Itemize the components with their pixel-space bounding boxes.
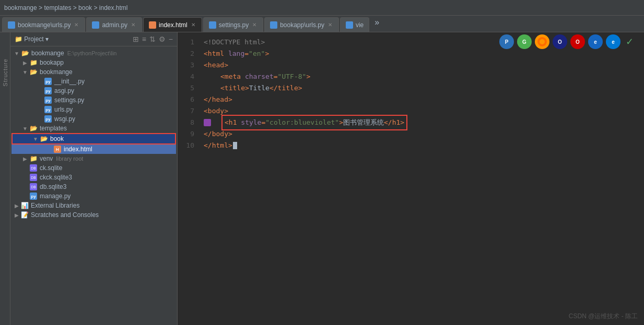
tree-scratches[interactable]: 📝 Scratches and Consoles: [10, 210, 177, 220]
panel-icon-folder[interactable]: ⊞: [133, 35, 139, 43]
browser-toolbar: P G O O e e ✓: [499, 34, 634, 49]
tree-bookapp[interactable]: bookapp: [10, 58, 177, 67]
tree-external-libs[interactable]: 📊 External Libraries: [10, 201, 177, 210]
code-line-2: <html lang="en">: [204, 48, 639, 59]
py-icon: [209, 21, 216, 29]
edge-browser-btn[interactable]: e: [606, 34, 620, 49]
item-label: urls.py: [54, 106, 73, 113]
tree-ckck-sqlite3[interactable]: DB ckck.sqlite3: [10, 173, 177, 182]
code-content[interactable]: <!DOCTYPE html> <html lang="en"> <head> …: [198, 37, 644, 325]
py-file-icon: py: [44, 115, 52, 123]
tree-settings-py[interactable]: py settings.py: [10, 95, 177, 105]
tree-asgi-py[interactable]: py asgi.py: [10, 86, 177, 95]
tab-label: index.html: [159, 21, 188, 29]
tab-close[interactable]: ✕: [327, 22, 333, 28]
py-icon: [8, 21, 15, 29]
item-label: db.sqlite3: [40, 183, 66, 190]
project-tree: bookmange E:\pythonProject\lin bookapp b…: [10, 46, 177, 325]
tab-bookapp-urls[interactable]: bookapp\urls.py ✕: [264, 17, 339, 32]
code-line-10: </html>: [204, 140, 639, 151]
item-label: ckck.sqlite3: [40, 174, 72, 181]
tree-manage-py[interactable]: py manage.py: [10, 191, 177, 201]
tab-label: settings.py: [219, 21, 249, 29]
tab-vie[interactable]: vie: [340, 17, 369, 32]
panel-icon-align[interactable]: ≡: [142, 35, 146, 43]
tab-close[interactable]: ✕: [130, 22, 136, 28]
chrome-browser-btn[interactable]: G: [517, 34, 532, 49]
breadcrumb: bookmange > templates > book > index.htm…: [4, 4, 127, 11]
item-label: manage.py: [40, 192, 71, 200]
tree-urls-py[interactable]: py urls.py: [10, 105, 177, 114]
tab-urls-py[interactable]: bookmange\urls.py ✕: [2, 17, 85, 32]
pycharm-browser-btn[interactable]: P: [499, 34, 514, 49]
firefox-browser-btn[interactable]: [535, 34, 549, 49]
tree-index-html[interactable]: H index.html: [11, 145, 176, 154]
code-text: <!DOCTYPE html>: [204, 37, 265, 48]
item-label: asgi.py: [54, 87, 74, 94]
tab-close[interactable]: ✕: [190, 22, 196, 28]
svg-text:P: P: [505, 39, 509, 45]
tree-book-folder[interactable]: book: [11, 133, 176, 145]
py-file-icon: py: [44, 97, 52, 104]
opera-btn[interactable]: O: [553, 34, 567, 49]
folder-icon: [40, 135, 48, 142]
panel-icon-gear[interactable]: ⚙: [159, 35, 166, 43]
line-num-3: 3: [178, 59, 194, 71]
item-label: settings.py: [54, 97, 84, 104]
main-area: Structure 📁 Project ▾ ⊞ ≡ ⇅ ⚙ − bookmang…: [0, 32, 644, 325]
tree-wsgi-py[interactable]: py wsgi.py: [10, 114, 177, 124]
tree-root[interactable]: bookmange E:\pythonProject\lin: [10, 49, 177, 58]
project-panel: 📁 Project ▾ ⊞ ≡ ⇅ ⚙ − bookmange E:\pytho…: [10, 32, 178, 325]
tree-db-sqlite3[interactable]: DB db.sqlite3: [10, 182, 177, 191]
html-icon: [149, 21, 156, 29]
watermark: CSDN @运维技术 - 陈工: [569, 312, 638, 321]
bar-chart-icon: 📊: [21, 202, 29, 209]
tab-close[interactable]: ✕: [73, 22, 79, 28]
panel-icon-minus[interactable]: −: [169, 35, 173, 43]
tab-close[interactable]: ✕: [251, 22, 257, 28]
folder-icon: [29, 59, 38, 66]
tab-index-html[interactable]: index.html ✕: [143, 17, 202, 32]
root-path: E:\pythonProject\lin: [67, 50, 117, 56]
svg-text:e: e: [612, 39, 615, 45]
tab-settings-py[interactable]: settings.py ✕: [203, 17, 263, 32]
item-label: bookmange: [40, 68, 73, 76]
tab-admin-py[interactable]: admin.py ✕: [86, 17, 142, 32]
item-label: templates: [40, 125, 67, 132]
panel-header: 📁 Project ▾ ⊞ ≡ ⇅ ⚙ −: [10, 32, 177, 46]
expand-arrow: [31, 136, 40, 142]
tree-bookmange-folder[interactable]: bookmange: [10, 67, 177, 77]
code-text: </head>: [204, 94, 232, 105]
structure-label: Structure: [2, 58, 8, 87]
tab-overflow[interactable]: »: [370, 13, 383, 32]
py-icon: [270, 21, 277, 29]
venv-note: library root: [56, 155, 83, 162]
item-label: wsgi.py: [54, 115, 75, 123]
py-icon: [346, 21, 353, 29]
py-icon: [92, 21, 99, 29]
folder-icon: [29, 125, 38, 132]
debug-marker: [204, 119, 211, 126]
line-num-4: 4: [178, 71, 194, 82]
panel-icon-sort[interactable]: ⇅: [149, 35, 156, 43]
folder-icon: [29, 155, 38, 162]
item-label: bookapp: [40, 59, 64, 66]
tree-venv[interactable]: venv library root: [10, 154, 177, 163]
tree-init-py[interactable]: py __init__.py: [10, 77, 177, 86]
tree-ck-sqlite[interactable]: DB ck.sqlite: [10, 163, 177, 173]
opera-browser-btn[interactable]: O: [570, 34, 585, 49]
top-bar: bookmange > templates > book > index.htm…: [0, 0, 644, 16]
item-label: Scratches and Consoles: [31, 211, 99, 219]
code-editor: 1 2 3 4 5 6 7 8 9 10 <!DOCTYPE html> <ht…: [178, 32, 644, 325]
html-file-icon: H: [53, 146, 62, 153]
structure-sidebar[interactable]: Structure: [0, 32, 10, 325]
code-line-9: </body>: [204, 128, 639, 140]
ie-browser-btn[interactable]: e: [588, 34, 603, 49]
item-label: ck.sqlite: [40, 164, 62, 172]
svg-text:G: G: [522, 39, 526, 45]
py-file-icon: py: [44, 78, 52, 85]
code-text: <title>Title</title>: [220, 82, 302, 94]
item-label: book: [50, 135, 64, 142]
cursor: [233, 142, 237, 149]
tree-templates[interactable]: templates: [10, 124, 177, 133]
